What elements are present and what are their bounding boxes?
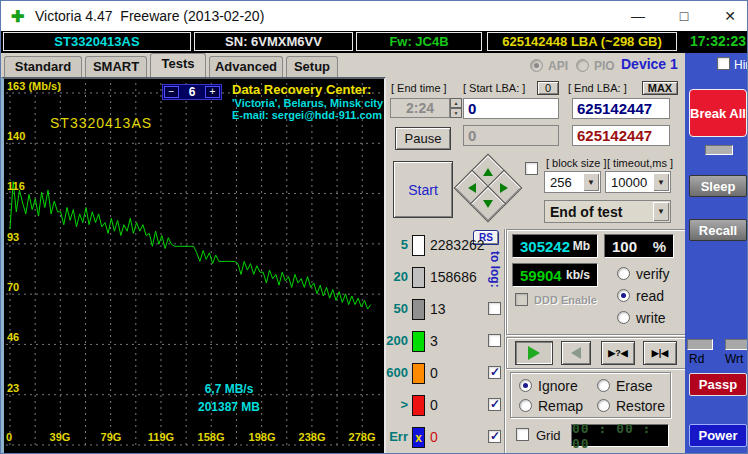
erase-radio[interactable] xyxy=(597,379,610,392)
legend-threshold: 600 xyxy=(386,365,408,380)
speed-graph-panel: 163 (Mb/s) 140 116 93 70 46 23 0 39G 79G… xyxy=(1,77,386,454)
legend-swatch xyxy=(412,331,425,352)
legend-swatch xyxy=(412,395,425,416)
ddd-enable-label: DDD Enable xyxy=(534,294,597,306)
zoom-in-button[interactable]: + xyxy=(205,86,220,98)
start-lba-zero-button[interactable]: 0 xyxy=(537,81,559,95)
legend-row-50ms: 50 13 xyxy=(386,299,506,321)
start-lba-label: [ Start LBA: ] xyxy=(463,82,525,94)
legend-row-600ms: 600 0 xyxy=(386,363,506,385)
legend-count: 3 xyxy=(430,333,438,349)
title-bar: ✚ Victoria 4.47 Freeware (2013-02-20) — … xyxy=(1,1,748,31)
legend-row-200ms: 200 3 xyxy=(386,331,506,353)
spin-down-icon[interactable]: ▼ xyxy=(450,108,462,118)
serial-box: SN: 6VMXM6VV xyxy=(194,32,353,51)
log-600ms-checkbox[interactable] xyxy=(488,366,501,379)
remap-radio[interactable] xyxy=(519,399,532,412)
read-radio[interactable] xyxy=(617,289,630,302)
speed-chart xyxy=(4,79,384,453)
x-tick-79g: 79G xyxy=(95,431,127,443)
device-label: Device 1 xyxy=(621,56,678,72)
log-err-checkbox[interactable] xyxy=(488,430,501,443)
legend-swatch xyxy=(412,363,425,384)
tab-smart[interactable]: SMART xyxy=(85,56,147,77)
legend-count: 0 xyxy=(430,397,438,413)
grid-checkbox[interactable] xyxy=(516,428,529,441)
banner: Data Recovery Center: 'Victoria', Belaru… xyxy=(232,82,386,121)
end-lba-max-button[interactable]: MAX xyxy=(642,81,678,95)
busy-indicator xyxy=(705,145,733,155)
down-arrow-icon xyxy=(483,200,493,208)
sleep-button[interactable]: Sleep xyxy=(689,175,747,197)
hints-checkbox[interactable] xyxy=(717,57,730,70)
block-size-select[interactable]: 256 ▼ xyxy=(544,171,601,193)
end-lba-input[interactable]: 625142447 xyxy=(572,98,670,119)
tab-tests[interactable]: Tests xyxy=(150,53,206,77)
end-action-select[interactable]: End of test ▼ xyxy=(544,200,671,223)
tab-advanced[interactable]: Advanced xyxy=(209,56,283,77)
power-button[interactable]: Power xyxy=(689,424,747,447)
play-button[interactable] xyxy=(515,341,553,365)
spin-up-icon[interactable]: ▲ xyxy=(450,98,462,108)
minimize-button[interactable]: — xyxy=(623,5,653,27)
pio-radio-label: PIO xyxy=(594,59,615,73)
zoom-out-button[interactable]: − xyxy=(164,86,179,98)
tab-setup[interactable]: Setup xyxy=(286,56,338,77)
legend-row-over: > 0 xyxy=(386,395,506,417)
right-arrow-icon xyxy=(500,183,508,193)
end-time-label: [ End time ] xyxy=(391,82,447,94)
api-radio[interactable] xyxy=(530,59,543,72)
back-button[interactable] xyxy=(561,341,591,365)
write-radio[interactable] xyxy=(617,311,630,324)
seek-question-button[interactable]: ▶?◀ xyxy=(601,341,635,365)
start-lba-input[interactable]: 0 xyxy=(463,98,559,119)
log-50ms-checkbox[interactable] xyxy=(488,302,501,315)
side-panel: Hints Break All Sleep Recall Rd Wrt Pass… xyxy=(685,53,748,454)
left-arrow-icon xyxy=(468,183,476,193)
firmware-box: Fw: JC4B xyxy=(356,32,482,51)
break-all-button[interactable]: Break All xyxy=(689,89,747,137)
start-button[interactable]: Start xyxy=(393,161,453,218)
current-end-lba-field: 625142447 xyxy=(572,125,670,146)
legend-threshold: 5 xyxy=(386,237,408,252)
pause-button[interactable]: Pause xyxy=(395,127,451,150)
close-button[interactable]: ✕ xyxy=(715,5,745,27)
legend-swatch xyxy=(412,299,425,320)
step-button[interactable]: ▶|◀ xyxy=(643,341,677,365)
legend-threshold: 50 xyxy=(386,301,408,316)
maximize-button[interactable]: □ xyxy=(669,5,699,27)
end-time-spinner: ▲ ▼ xyxy=(450,98,462,118)
graph-drive-title: ST3320413AS xyxy=(50,115,152,131)
seek-option-checkbox[interactable] xyxy=(525,162,538,175)
x-tick-238g: 238G xyxy=(296,431,328,443)
passp-button[interactable]: Passp xyxy=(689,373,747,396)
pio-radio[interactable] xyxy=(576,59,589,72)
log-200ms-checkbox[interactable] xyxy=(488,334,501,347)
timeout-select[interactable]: 10000 ▼ xyxy=(605,171,671,193)
write-label: write xyxy=(636,310,666,326)
banner-title: Data Recovery Center: xyxy=(232,82,386,97)
legend-swatch xyxy=(412,267,425,288)
end-time-field[interactable]: 2:24 xyxy=(390,98,450,118)
dropdown-arrow-icon[interactable]: ▼ xyxy=(653,202,669,221)
capacity-box: 625142448 LBA (~298 GB) xyxy=(487,32,677,51)
y-tick-46: 46 xyxy=(7,331,19,343)
ignore-radio[interactable] xyxy=(519,379,532,392)
restore-radio[interactable] xyxy=(597,399,610,412)
remap-label: Remap xyxy=(538,398,583,414)
back-icon xyxy=(571,347,581,359)
log-over-checkbox[interactable] xyxy=(488,398,501,411)
dropdown-arrow-icon[interactable]: ▼ xyxy=(583,173,599,191)
speed-unit: kb/s xyxy=(566,268,590,282)
verify-radio[interactable] xyxy=(617,267,630,280)
ddd-enable-checkbox[interactable] xyxy=(515,293,528,306)
device-info-bar: ST3320413AS SN: 6VMXM6VV Fw: JC4B 625142… xyxy=(1,31,748,53)
recall-button[interactable]: Recall xyxy=(689,219,747,241)
end-lba-label: [ End LBA: ] xyxy=(568,82,627,94)
dropdown-arrow-icon[interactable]: ▼ xyxy=(653,173,669,191)
rd-label: Rd xyxy=(689,352,704,366)
hints-label: Hints xyxy=(734,58,748,72)
wrt-label: Wrt xyxy=(725,352,743,366)
grid-label: Grid xyxy=(536,428,561,443)
tab-standard[interactable]: Standard xyxy=(4,56,82,77)
